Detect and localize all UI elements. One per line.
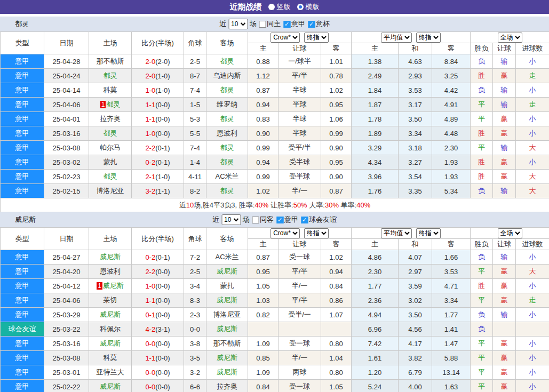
- league-type-cell: 意甲: [1, 112, 44, 126]
- radio-icon[interactable]: [268, 4, 275, 10]
- home-team-cell: 威尼斯: [89, 250, 132, 265]
- odds-provider-select[interactable]: Crow*: [270, 228, 300, 238]
- filter-checkbox-league[interactable]: 意甲: [283, 19, 305, 29]
- away-team-cell: 威尼斯: [206, 322, 248, 337]
- subcol-home-odds: 主: [248, 43, 279, 54]
- away-team-cell: 乌迪内斯: [206, 69, 248, 83]
- checkbox-icon[interactable]: [252, 217, 259, 223]
- handicap-odds-cell: [321, 322, 352, 337]
- league-type-cell: 意甲: [1, 170, 44, 184]
- away-team-cell: 蒙扎: [206, 279, 248, 293]
- match-row: 意甲25-04-24都灵2-0(1-0)8-7乌迪内斯1.12平/半0.782.…: [1, 69, 549, 83]
- handicap-odds-cell: 0.80: [321, 337, 352, 351]
- fulltime-score: 1-0: [145, 130, 155, 138]
- filter-checkbox-same-venue[interactable]: 同客: [252, 215, 274, 225]
- checkbox-icon[interactable]: [276, 217, 283, 223]
- handicap-odds-cell: 0.87: [248, 83, 279, 98]
- odds-time-select[interactable]: 终指: [304, 228, 329, 238]
- result-cell: 赢: [493, 170, 516, 184]
- euro-odds-cell: 1.93: [432, 170, 471, 184]
- fulltime-score: 2-0: [145, 58, 155, 66]
- col-header-home: 主场: [89, 228, 132, 250]
- league-type-cell: 意甲: [1, 54, 44, 69]
- recent-count-select[interactable]: 10: [228, 19, 248, 29]
- match-date-cell: 25-03-08: [44, 351, 89, 365]
- subcol-away-win: 客: [432, 43, 471, 54]
- checkbox-icon[interactable]: [259, 21, 266, 28]
- result-cell: 小: [516, 250, 549, 265]
- filter-checkbox-cup[interactable]: 意杯: [308, 19, 330, 29]
- euro-odds-cell: 4.71: [432, 279, 471, 293]
- score-cell: 2-0(2-0): [132, 54, 184, 69]
- recent-count-select[interactable]: 10: [221, 214, 241, 225]
- result-cell: 赢: [493, 380, 516, 392]
- checkbox-icon[interactable]: [308, 21, 315, 28]
- checkbox-label: 球会友谊: [309, 215, 337, 225]
- home-team-cell: 恩波利: [89, 265, 132, 279]
- euro-odds-cell: 3.34: [399, 126, 432, 141]
- radio-vertical-layout[interactable]: 竖版: [268, 2, 291, 12]
- score-cell: 2-0(1-0): [132, 69, 184, 83]
- match-row: 意甲25-04-121威尼斯1-0(0-0)3-4蒙扎1.05半/一0.841.…: [1, 279, 549, 293]
- subcol-home-odds: 主: [248, 239, 279, 250]
- team-section: 威尼斯 近 10 场 同客 意甲 球会友谊: [0, 212, 549, 392]
- halftime-score: (0-1): [155, 253, 170, 261]
- subcol-wdl: 胜负: [471, 43, 493, 54]
- home-team-name: 威尼斯: [100, 253, 121, 261]
- scope-select[interactable]: 全场: [498, 33, 522, 43]
- scope-select[interactable]: 全场: [498, 228, 522, 238]
- away-team-name: 都灵: [220, 57, 234, 65]
- fulltime-score: 0-2: [145, 158, 155, 166]
- handicap-odds-cell: 平/半: [279, 265, 321, 279]
- score-cell: 2-2(0-0): [132, 265, 184, 279]
- col-header-home: 主场: [89, 32, 132, 54]
- home-team-name: 威尼斯: [100, 339, 121, 347]
- euro-provider-select[interactable]: 平均值: [381, 33, 412, 43]
- result-cell: 负: [471, 83, 493, 98]
- halftime-score: (0-0): [155, 340, 170, 348]
- checkbox-icon[interactable]: [301, 217, 308, 223]
- away-team-cell: 都灵: [206, 155, 248, 170]
- subcol-draw: 和: [399, 43, 432, 54]
- handicap-odds-cell: 平/半: [279, 293, 321, 308]
- euro-odds-cell: 3.34: [432, 293, 471, 308]
- euro-odds-cell: 1.66: [432, 250, 471, 265]
- odds-time-select[interactable]: 终指: [304, 33, 329, 43]
- filter-checkbox-same-venue[interactable]: 同主: [259, 19, 281, 29]
- handicap-odds-cell: 0.84: [248, 380, 279, 392]
- result-cell: 小: [516, 112, 549, 126]
- result-cell: 赢: [493, 337, 516, 351]
- euro-time-select[interactable]: 终指: [416, 228, 441, 238]
- result-cell: 赢: [493, 293, 516, 308]
- away-team-name: 蒙扎: [220, 282, 234, 290]
- handicap-odds-cell: 0.95: [321, 98, 352, 112]
- away-team-name: 威尼斯: [217, 267, 237, 275]
- radio-icon[interactable]: [297, 4, 304, 10]
- filter-checkbox-league[interactable]: 意甲: [276, 215, 298, 225]
- league-type-cell: 意甲: [1, 265, 44, 279]
- handicap-odds-cell: 受半球: [279, 170, 321, 184]
- league-type-cell: 意甲: [1, 98, 44, 112]
- match-row: 意甲25-02-22威尼斯0-0(0-0)6-6拉齐奥0.84受一球1.055.…: [1, 380, 549, 392]
- league-type-cell: 意甲: [1, 155, 44, 170]
- odds-provider-select[interactable]: Crow*: [270, 33, 300, 43]
- euro-odds-cell: 4.00: [399, 380, 432, 392]
- match-row: 意甲25-04-14科莫1-0(1-0)7-4都灵0.87半球1.021.843…: [1, 83, 549, 98]
- handicap-odds-cell: 1.06: [321, 112, 352, 126]
- euro-odds-cell: 2.30: [352, 265, 399, 279]
- score-cell: 0-2(0-1): [132, 155, 184, 170]
- score-cell: 1-0(0-0): [132, 279, 184, 293]
- filter-checkbox-cup[interactable]: 球会友谊: [301, 215, 337, 225]
- radio-horizontal-layout[interactable]: 横版: [297, 2, 320, 12]
- away-team-cell: 威尼斯: [206, 365, 248, 380]
- home-team-name: 那不勒斯: [97, 57, 124, 65]
- match-row: 球会友谊25-03-22科佩尔4-2(3-1)0-0威尼斯6.964.561.4…: [1, 322, 549, 337]
- handicap-odds-cell: 0.94: [248, 155, 279, 170]
- match-row: 意甲25-02-23都灵2-1(1-0)4-11AC米兰0.99受半球0.903…: [1, 170, 549, 184]
- fulltime-score: 2-0: [145, 72, 155, 80]
- euro-provider-select[interactable]: 平均值: [381, 228, 412, 238]
- title-bar: 近期战绩 竖版 横版: [0, 0, 549, 14]
- euro-time-select[interactable]: 终指: [416, 33, 441, 43]
- checkbox-icon[interactable]: [283, 21, 290, 28]
- page-title: 近期战绩: [230, 2, 262, 12]
